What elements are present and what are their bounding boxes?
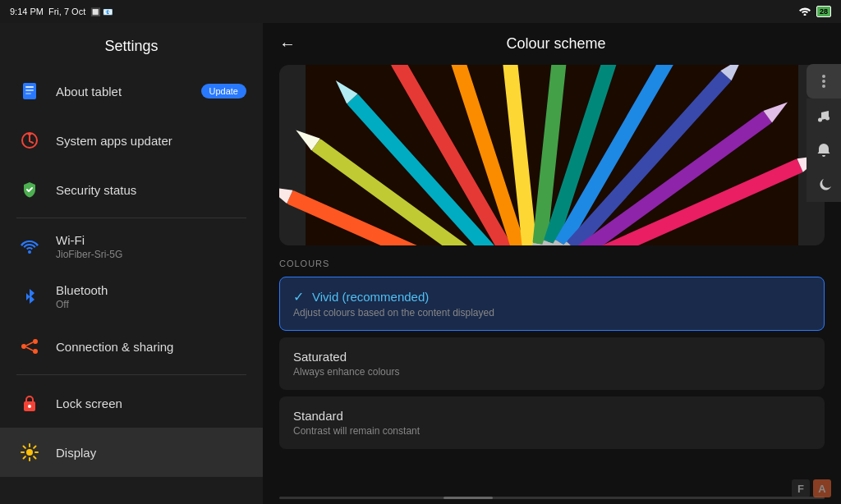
more-options-button[interactable]: [807, 64, 841, 99]
svg-line-18: [34, 456, 35, 458]
security-text: Security status: [56, 183, 246, 197]
date: Fri, 7 Oct: [48, 7, 85, 16]
svg-line-17: [24, 447, 25, 448]
connection-icon: [16, 333, 43, 360]
bluetooth-text: Bluetooth Off: [56, 283, 246, 310]
status-right: 28: [798, 6, 831, 17]
notification-icons: 🔲 📧: [90, 7, 113, 16]
svg-point-5: [21, 344, 26, 349]
bluetooth-icon: [16, 284, 43, 310]
system-apps-icon: [16, 127, 43, 153]
svg-point-62: [822, 85, 825, 88]
sidebar-item-connection[interactable]: Connection & sharing: [0, 322, 263, 371]
svg-line-19: [34, 447, 35, 448]
status-left: 9:14 PM Fri, 7 Oct 🔲 📧: [10, 7, 113, 16]
vivid-subtitle: Adjust colours based on the content disp…: [293, 307, 811, 318]
notification-button[interactable]: [807, 133, 841, 167]
sidebar-item-lock[interactable]: Lock screen: [0, 378, 263, 428]
standard-header: Standard: [293, 409, 811, 423]
svg-rect-1: [25, 86, 34, 88]
watermark-a: A: [813, 479, 831, 497]
sidebar: Settings About tablet Update: [0, 23, 263, 504]
battery-icon: 28: [816, 6, 831, 17]
system-apps-text: System apps updater: [56, 134, 246, 148]
svg-point-7: [33, 349, 38, 354]
colours-section: COLOURS ✓ Vivid (recommended) Adjust col…: [263, 259, 841, 497]
bluetooth-label: Bluetooth: [56, 283, 246, 297]
vivid-header: ✓ Vivid (recommended): [293, 289, 811, 305]
back-button[interactable]: ←: [279, 34, 296, 53]
security-label: Security status: [56, 183, 246, 197]
display-text: Display: [56, 446, 246, 460]
content-header: ← Colour scheme: [263, 23, 841, 65]
sidebar-title: Settings: [0, 23, 263, 66]
colours-label: COLOURS: [279, 259, 825, 268]
connection-label: Connection & sharing: [56, 340, 246, 354]
divider-2: [16, 374, 246, 375]
wifi-sidebar-icon: [16, 234, 43, 260]
sidebar-item-security[interactable]: Security status: [0, 165, 263, 214]
time: 9:14 PM: [10, 7, 44, 16]
scrollbar-thumb[interactable]: [443, 497, 493, 499]
svg-point-61: [822, 80, 825, 83]
watermark: F A: [792, 479, 831, 497]
status-bar: 9:14 PM Fri, 7 Oct 🔲 📧 28: [0, 0, 841, 23]
about-tablet-label: About tablet: [56, 85, 201, 99]
svg-point-63: [818, 118, 822, 122]
connection-text: Connection & sharing: [56, 340, 246, 354]
svg-rect-3: [25, 93, 31, 94]
wifi-text: Wi-Fi JioFiber-Sri-5G: [56, 233, 246, 260]
about-tablet-text: About tablet: [56, 85, 201, 99]
security-icon: [16, 176, 43, 203]
sidebar-item-about-tablet[interactable]: About tablet Update: [0, 66, 263, 116]
scrollbar-track: [279, 497, 825, 499]
watermark-f: F: [792, 479, 810, 497]
colour-option-vivid[interactable]: ✓ Vivid (recommended) Adjust colours bas…: [279, 277, 825, 331]
display-icon: [16, 439, 43, 465]
svg-line-9: [26, 347, 33, 351]
music-button[interactable]: [807, 99, 841, 133]
vivid-check-icon: ✓: [293, 289, 304, 305]
lock-label: Lock screen: [56, 396, 246, 410]
wifi-icon: [798, 6, 811, 17]
lock-icon: [16, 390, 43, 416]
saturated-subtitle: Always enhance colours: [293, 366, 811, 378]
system-apps-label: System apps updater: [56, 134, 246, 148]
sidebar-item-bluetooth[interactable]: Bluetooth Off: [0, 272, 263, 322]
page-title: Colour scheme: [312, 35, 800, 53]
svg-line-20: [24, 456, 25, 458]
wifi-label: Wi-Fi: [56, 233, 246, 247]
divider-1: [16, 218, 246, 218]
saturated-label: Saturated: [293, 350, 347, 364]
svg-point-6: [33, 339, 38, 344]
saturated-header: Saturated: [293, 350, 811, 364]
svg-point-64: [825, 117, 830, 121]
update-badge: Update: [201, 84, 246, 99]
vivid-label: Vivid (recommended): [312, 290, 429, 304]
content-area: ← Colour scheme: [263, 23, 841, 504]
svg-rect-2: [25, 89, 34, 91]
colour-option-standard[interactable]: Standard Contrast will remain constant: [279, 396, 825, 449]
sidebar-item-display[interactable]: Display: [0, 428, 263, 477]
sidebar-item-system-apps[interactable]: System apps updater: [0, 116, 263, 165]
main-layout: Settings About tablet Update: [0, 23, 841, 504]
standard-subtitle: Contrast will remain constant: [293, 425, 811, 437]
svg-point-60: [822, 75, 825, 78]
sidebar-item-wifi[interactable]: Wi-Fi JioFiber-Sri-5G: [0, 222, 263, 272]
svg-point-11: [28, 405, 31, 408]
dark-mode-button[interactable]: [807, 167, 841, 202]
floating-action-buttons: [807, 64, 841, 202]
about-tablet-icon: [16, 78, 43, 104]
colour-scheme-image: [279, 65, 825, 245]
lock-text: Lock screen: [56, 396, 246, 410]
svg-line-8: [26, 342, 33, 346]
display-label: Display: [56, 446, 246, 460]
wifi-subtitle: JioFiber-Sri-5G: [56, 249, 246, 260]
bluetooth-subtitle: Off: [56, 299, 246, 310]
standard-label: Standard: [293, 409, 343, 423]
pencils-svg: [279, 65, 825, 245]
svg-point-12: [26, 449, 33, 456]
colour-option-saturated[interactable]: Saturated Always enhance colours: [279, 337, 825, 390]
